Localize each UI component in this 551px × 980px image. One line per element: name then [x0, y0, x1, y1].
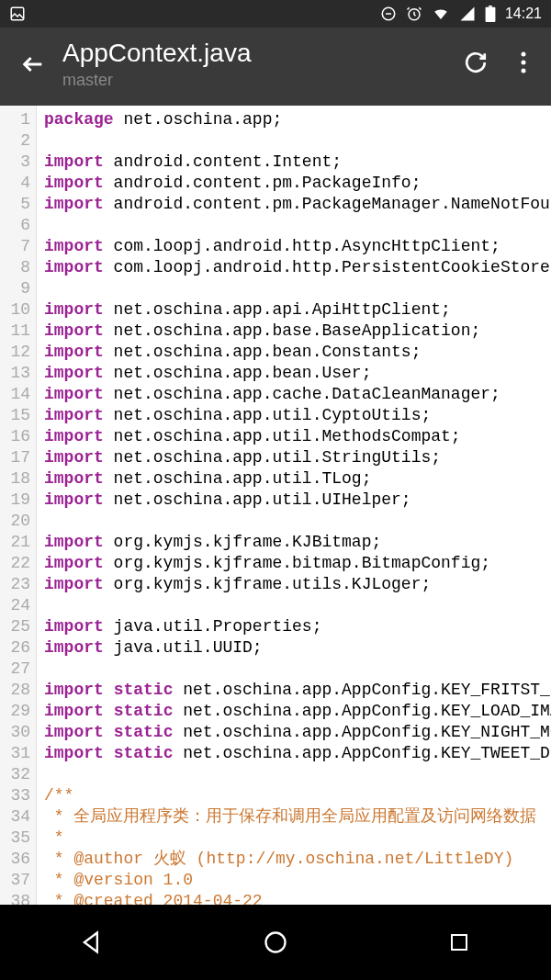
line-number: 17 [0, 447, 30, 468]
code-line: import net.oschina.app.util.StringUtils; [44, 447, 551, 468]
svg-rect-10 [452, 935, 467, 950]
code-line: import static net.oschina.app.AppConfig.… [44, 722, 551, 743]
image-icon [9, 6, 26, 22]
line-number: 34 [0, 806, 30, 828]
code-content[interactable]: package net.oschina.app; import android.… [37, 106, 551, 905]
status-bar: 14:21 [0, 0, 551, 28]
line-number: 15 [0, 405, 30, 426]
alarm-icon [406, 6, 422, 22]
app-title-area: AppContext.java master [62, 39, 463, 90]
line-number: 8 [0, 257, 30, 278]
nav-recent-button[interactable] [422, 919, 496, 965]
line-number: 32 [0, 764, 30, 785]
code-line: import net.oschina.app.util.UIHelper; [44, 490, 551, 511]
code-line: import org.kymjs.kjframe.KJBitmap; [44, 532, 551, 553]
line-number: 21 [0, 532, 30, 553]
line-number: 38 [0, 891, 30, 905]
nav-back-button[interactable] [55, 919, 129, 965]
refresh-button[interactable] [463, 50, 489, 75]
line-number: 3 [0, 152, 30, 173]
line-number: 14 [0, 384, 30, 405]
app-actions [463, 50, 536, 75]
line-number: 20 [0, 511, 30, 532]
line-number: 22 [0, 553, 30, 574]
line-number: 37 [0, 870, 30, 891]
svg-point-8 [522, 69, 526, 73]
back-button[interactable] [15, 46, 51, 83]
more-button[interactable] [511, 50, 536, 75]
line-number: 24 [0, 595, 30, 616]
line-number: 25 [0, 616, 30, 637]
line-number: 27 [0, 659, 30, 680]
line-number: 1 [0, 109, 30, 130]
code-line: import static net.oschina.app.AppConfig.… [44, 680, 551, 701]
svg-rect-5 [489, 6, 492, 7]
svg-point-6 [522, 52, 526, 57]
line-number: 5 [0, 194, 30, 215]
line-number: 16 [0, 426, 30, 447]
code-line: import net.oschina.app.bean.User; [44, 363, 551, 384]
code-line [44, 215, 551, 236]
line-number: 13 [0, 363, 30, 384]
code-line: import net.oschina.app.util.CyptoUtils; [44, 405, 551, 426]
line-gutter: 1234567891011121314151617181920212223242… [0, 106, 37, 905]
line-number: 29 [0, 701, 30, 722]
line-number: 7 [0, 236, 30, 257]
code-line [44, 595, 551, 616]
line-number: 2 [0, 130, 30, 152]
line-number: 23 [0, 574, 30, 595]
code-line [44, 764, 551, 785]
code-line [44, 130, 551, 152]
code-line: import net.oschina.app.util.MethodsCompa… [44, 426, 551, 447]
line-number: 18 [0, 468, 30, 490]
code-line: * 全局应用程序类：用于保存和调用全局应用配置及访问网络数据 [44, 806, 551, 828]
svg-point-9 [266, 933, 286, 952]
code-line [44, 511, 551, 532]
line-number: 26 [0, 637, 30, 659]
wifi-icon [432, 6, 450, 22]
code-line: import net.oschina.app.api.ApiHttpClient… [44, 299, 551, 321]
code-line: /** [44, 785, 551, 806]
line-number: 31 [0, 743, 30, 764]
line-number: 36 [0, 849, 30, 870]
app-subtitle: master [62, 71, 463, 90]
line-number: 35 [0, 828, 30, 849]
line-number: 9 [0, 278, 30, 299]
code-line: * @created 2014-04-22 [44, 891, 551, 905]
status-left [9, 6, 380, 22]
line-number: 19 [0, 490, 30, 511]
code-line: * @version 1.0 [44, 870, 551, 891]
app-title: AppContext.java [62, 39, 463, 68]
code-viewer[interactable]: 1234567891011121314151617181920212223242… [0, 106, 551, 905]
nav-home-button[interactable] [239, 919, 312, 965]
code-line: import net.oschina.app.bean.Constants; [44, 342, 551, 363]
code-line: import android.content.pm.PackageManager… [44, 194, 551, 215]
code-line: package net.oschina.app; [44, 109, 551, 130]
line-number: 12 [0, 342, 30, 363]
code-line: import android.content.Intent; [44, 152, 551, 173]
sync-icon [380, 6, 397, 22]
svg-rect-4 [486, 7, 496, 22]
line-number: 10 [0, 299, 30, 321]
navigation-bar [0, 905, 551, 980]
code-line: import org.kymjs.kjframe.utils.KJLoger; [44, 574, 551, 595]
code-line: import com.loopj.android.http.AsyncHttpC… [44, 236, 551, 257]
code-line: import net.oschina.app.util.TLog; [44, 468, 551, 490]
status-time: 14:21 [505, 6, 542, 22]
line-number: 33 [0, 785, 30, 806]
code-line: import java.util.UUID; [44, 637, 551, 659]
line-number: 4 [0, 173, 30, 194]
svg-rect-0 [11, 7, 24, 20]
line-number: 30 [0, 722, 30, 743]
app-bar: AppContext.java master [0, 28, 551, 106]
code-line: * [44, 828, 551, 849]
code-line: import net.oschina.app.base.BaseApplicat… [44, 321, 551, 342]
svg-point-7 [522, 61, 526, 65]
code-line: import org.kymjs.kjframe.bitmap.BitmapCo… [44, 553, 551, 574]
status-right: 14:21 [380, 6, 542, 22]
code-line: * @author 火蚁 (http://my.oschina.net/Litt… [44, 849, 551, 870]
code-line: import java.util.Properties; [44, 616, 551, 637]
code-line: import static net.oschina.app.AppConfig.… [44, 743, 551, 764]
code-line: import net.oschina.app.cache.DataCleanMa… [44, 384, 551, 405]
battery-icon [485, 6, 496, 22]
